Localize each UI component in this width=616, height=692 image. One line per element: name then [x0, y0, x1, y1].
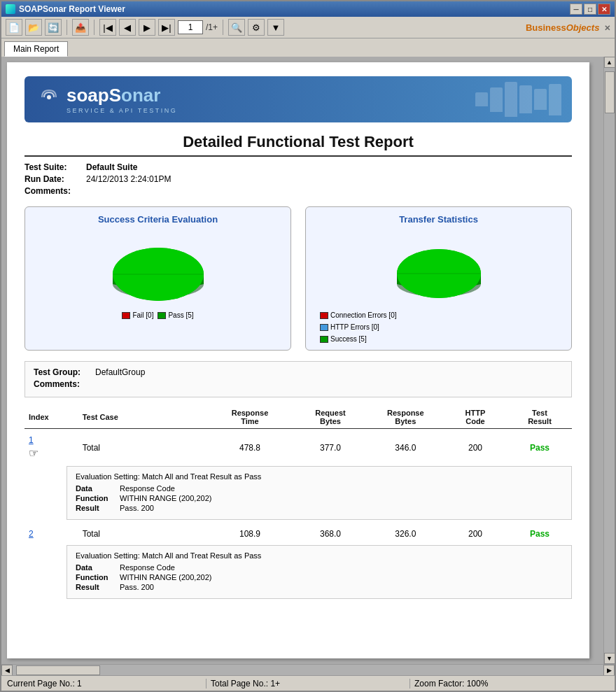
- success-criteria-svg: [102, 234, 214, 304]
- eval-data-row2: Data Response Code: [76, 563, 563, 572]
- row2-response-time: 108.9: [207, 527, 293, 541]
- next-page-button[interactable]: ▶: [139, 19, 155, 36]
- charts-row: Success Criteria Evaluation: [24, 206, 572, 351]
- settings-button[interactable]: ⚙: [248, 19, 265, 36]
- meta-section: Test Suite: Default Suite Run Date: 24/1…: [24, 162, 572, 196]
- row1-http-code: 200: [443, 433, 507, 462]
- prev-page-button[interactable]: ◀: [119, 19, 136, 36]
- eval-result-value-row2: Pass. 200: [120, 583, 154, 591]
- title-bar: SOAPSonar Report Viewer ─ □ ✕: [1, 1, 615, 17]
- success-criteria-chart-area: [32, 230, 284, 307]
- comments-row: Comments:: [24, 186, 572, 196]
- scrollbar-track-h[interactable]: [13, 665, 603, 675]
- test-suite-value: Default Suite: [86, 162, 137, 172]
- s-text: S: [109, 85, 121, 106]
- open-button[interactable]: 📂: [25, 19, 42, 36]
- content-area: soapSonar SERVICE & API TESTING Detai: [1, 57, 615, 691]
- page-number-input[interactable]: 1: [178, 20, 203, 34]
- status-divider-1: [206, 679, 206, 689]
- legend-conn-errors-label: Connection Errors [0]: [330, 311, 397, 319]
- legend-http-errors-color: [320, 324, 328, 331]
- group-comments-row: Comments:: [34, 379, 563, 389]
- scroll-left-button[interactable]: ◀: [1, 665, 13, 676]
- scrollbar-thumb-v[interactable]: [605, 71, 615, 113]
- eval-function-label-row1: Function: [76, 494, 114, 502]
- eval-box-row2: Evaluation Setting: Match All and Treat …: [66, 545, 572, 599]
- business-objects-logo: BusinessObjects ✕: [526, 22, 610, 33]
- legend-pass-color: [158, 312, 166, 319]
- eval-title-row1: Evaluation Setting: Match All and Treat …: [76, 472, 563, 481]
- transfer-stats-svg: [383, 234, 495, 304]
- onar-text: onar: [121, 85, 160, 106]
- title-bar-left: SOAPSonar Report Viewer: [6, 4, 125, 14]
- eval-data-label-row1: Data: [76, 484, 114, 493]
- row1-testcase: Total: [78, 433, 207, 462]
- bo-close-icon[interactable]: ✕: [604, 24, 610, 32]
- current-page-text: Current Page No.: 1: [7, 679, 82, 689]
- minimize-button[interactable]: ─: [570, 3, 582, 15]
- export-button[interactable]: 📤: [72, 19, 89, 36]
- run-date-label: Run Date:: [24, 174, 80, 184]
- window-frame: SOAPSonar Report Viewer ─ □ ✕ 📄 📂 🔄 📤 |◀…: [0, 0, 616, 692]
- row2-index-link[interactable]: 2: [29, 529, 34, 539]
- test-group-value: DefaultGroup: [95, 367, 145, 377]
- soapsonar-header-banner: soapSonar SERVICE & API TESTING: [24, 76, 572, 122]
- eval-function-label-row2: Function: [76, 573, 114, 581]
- col-header-request-bytes: RequestBytes: [293, 406, 368, 429]
- report-paper[interactable]: soapSonar SERVICE & API TESTING Detai: [7, 62, 589, 658]
- group-box: Test Group: DefaultGroup Comments:: [24, 361, 572, 397]
- table-row: 2 Total 108.9 368.0 326.0 200 Pass: [24, 527, 572, 541]
- soapsonar-logo-text-area: soapSonar SERVICE & API TESTING: [66, 85, 177, 114]
- wave-bar-2: [490, 87, 503, 112]
- toolbar-separator-1: [66, 20, 67, 35]
- header-waves: [475, 76, 572, 122]
- page-total-label: /1+: [206, 22, 218, 32]
- zoom-text: Zoom Factor: 100%: [414, 679, 488, 689]
- scrollbar-track-v[interactable]: [604, 68, 615, 653]
- legend-pass-label: Pass [5]: [168, 311, 193, 319]
- eval-function-row2: Function WITHIN RANGE (200,202): [76, 573, 563, 581]
- new-button[interactable]: 📄: [6, 19, 22, 36]
- comments-label: Comments:: [24, 186, 80, 196]
- scroll-up-button[interactable]: ▲: [604, 57, 615, 68]
- close-button[interactable]: ✕: [598, 3, 610, 15]
- refresh-button[interactable]: 🔄: [45, 19, 62, 36]
- legend-conn-errors: Connection Errors [0]: [320, 311, 397, 319]
- eval-data-value-row1: Response Code: [120, 484, 175, 493]
- group-comments-label: Comments:: [34, 379, 90, 389]
- first-page-button[interactable]: |◀: [99, 19, 116, 36]
- tab-bar: Main Report: [1, 38, 615, 57]
- svg-point-0: [47, 95, 51, 99]
- wave-bar-3: [505, 82, 517, 117]
- row1-response-bytes: 346.0: [368, 433, 443, 462]
- search-button[interactable]: 🔍: [228, 19, 245, 36]
- sonar-wave-icon: [38, 87, 59, 112]
- eval-data-row1: Data Response Code: [76, 484, 563, 493]
- row1-index-link[interactable]: 1: [29, 435, 34, 445]
- eval-function-row1: Function WITHIN RANGE (200,202): [76, 494, 563, 502]
- test-group-label: Test Group:: [34, 367, 90, 377]
- title-bar-controls: ─ □ ✕: [570, 3, 610, 15]
- test-group-row: Test Group: DefaultGroup: [34, 367, 563, 377]
- eval-function-value-row1: WITHIN RANGE (200,202): [120, 494, 211, 502]
- test-suite-label: Test Suite:: [24, 162, 80, 172]
- maximize-button[interactable]: □: [584, 3, 596, 15]
- data-table: Index Test Case ResponseTime RequestByte…: [24, 406, 572, 429]
- row2-index: 2: [24, 527, 78, 541]
- dropdown-button[interactable]: ▼: [267, 19, 284, 36]
- main-report-tab[interactable]: Main Report: [4, 41, 68, 57]
- run-date-value: 24/12/2013 2:24:01PM: [86, 174, 171, 184]
- eval-result-row2: Result Pass. 200: [76, 583, 563, 591]
- wave-bar-5: [534, 89, 547, 110]
- scroll-right-button[interactable]: ▶: [603, 665, 615, 676]
- last-page-button[interactable]: ▶|: [158, 19, 175, 36]
- scroll-down-button[interactable]: ▼: [604, 653, 615, 664]
- col-header-test-result: TestResult: [507, 406, 572, 429]
- row1-response-time: 478.8: [207, 433, 293, 462]
- col-header-index: Index: [24, 406, 78, 429]
- table-row-1-table: 1 ☞ Total 478.8 377.0 346.0 200 Pass: [24, 433, 572, 462]
- total-page-text: Total Page No.: 1+: [211, 679, 280, 689]
- success-criteria-legend: Fail [0] Pass [5]: [32, 311, 284, 319]
- scrollbar-thumb-h[interactable]: [16, 665, 100, 675]
- test-suite-row: Test Suite: Default Suite: [24, 162, 572, 172]
